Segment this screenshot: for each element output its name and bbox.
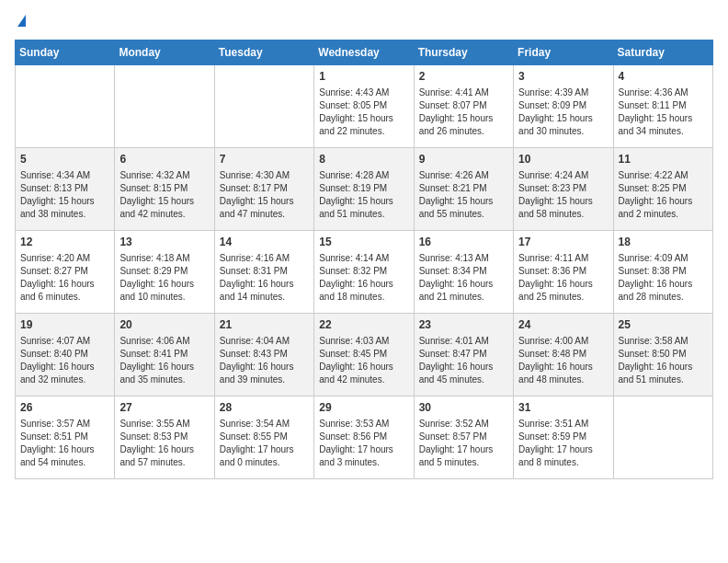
day-info-text: Sunrise: 4:00 AM [518, 335, 608, 348]
calendar-cell: 19Sunrise: 4:07 AMSunset: 8:40 PMDayligh… [16, 314, 115, 396]
day-info-text: Sunrise: 4:26 AM [419, 169, 508, 182]
day-number: 1 [319, 69, 408, 85]
day-info-text: Daylight: 16 hours [419, 278, 508, 291]
calendar-week-row: 5Sunrise: 4:34 AMSunset: 8:13 PMDaylight… [16, 148, 713, 231]
day-number: 13 [119, 235, 209, 250]
calendar-cell: 4Sunrise: 4:36 AMSunset: 8:11 PMDaylight… [613, 65, 712, 148]
day-info-text: Sunrise: 4:28 AM [319, 169, 408, 182]
day-number: 30 [419, 400, 508, 416]
day-number: 25 [619, 317, 708, 333]
day-info-text: Sunset: 8:23 PM [518, 182, 608, 195]
day-info-text: Daylight: 16 hours [619, 278, 708, 291]
calendar-cell [214, 65, 313, 148]
day-info-text: Daylight: 15 hours [419, 112, 508, 125]
day-number: 3 [518, 69, 608, 85]
day-info-text: and 5 minutes. [419, 456, 508, 469]
day-info-text: Daylight: 16 hours [619, 195, 708, 208]
calendar-cell: 28Sunrise: 3:54 AMSunset: 8:55 PMDayligh… [214, 396, 313, 479]
day-info-text: Sunset: 8:38 PM [619, 265, 708, 278]
day-info-text: Sunrise: 4:14 AM [319, 252, 408, 265]
day-info-text: Sunset: 8:40 PM [20, 348, 109, 361]
day-info-text: Sunset: 8:43 PM [220, 348, 309, 361]
day-info-text: Daylight: 16 hours [619, 361, 708, 373]
day-number: 21 [220, 317, 309, 333]
calendar-cell: 6Sunrise: 4:32 AMSunset: 8:15 PMDaylight… [115, 148, 214, 231]
day-info-text: Daylight: 15 hours [20, 195, 109, 208]
day-info-text: Sunset: 8:36 PM [518, 265, 608, 278]
calendar-header-row: SundayMondayTuesdayWednesdayThursdayFrid… [16, 40, 713, 65]
day-info-text: Sunset: 8:19 PM [319, 182, 408, 195]
day-info-text: Sunrise: 3:58 AM [619, 335, 708, 348]
day-info-text: Daylight: 16 hours [119, 443, 209, 456]
calendar-cell: 27Sunrise: 3:55 AMSunset: 8:53 PMDayligh… [115, 396, 214, 479]
day-info-text: and 0 minutes. [220, 456, 309, 469]
logo [15, 15, 26, 29]
day-info-text: Sunset: 8:29 PM [119, 265, 209, 278]
day-info-text: Sunset: 8:11 PM [619, 99, 708, 112]
calendar-cell: 3Sunrise: 4:39 AMSunset: 8:09 PMDaylight… [514, 65, 613, 148]
day-number: 4 [619, 69, 708, 85]
calendar-cell: 5Sunrise: 4:34 AMSunset: 8:13 PMDaylight… [16, 148, 115, 231]
calendar-cell: 15Sunrise: 4:14 AMSunset: 8:32 PMDayligh… [314, 231, 414, 314]
day-info-text: and 30 minutes. [518, 125, 608, 138]
calendar-cell: 17Sunrise: 4:11 AMSunset: 8:36 PMDayligh… [514, 231, 613, 314]
day-number: 6 [119, 152, 209, 167]
calendar-cell: 23Sunrise: 4:01 AMSunset: 8:47 PMDayligh… [414, 314, 513, 396]
day-info-text: Sunrise: 3:57 AM [20, 418, 109, 431]
calendar-cell: 31Sunrise: 3:51 AMSunset: 8:59 PMDayligh… [514, 396, 613, 479]
day-info-text: and 38 minutes. [20, 208, 109, 221]
day-info-text: Daylight: 17 hours [319, 443, 408, 456]
day-info-text: and 2 minutes. [619, 208, 708, 221]
day-info-text: Sunrise: 3:52 AM [419, 418, 508, 431]
day-info-text: Daylight: 17 hours [220, 443, 309, 456]
day-info-text: Sunset: 8:34 PM [419, 265, 508, 278]
day-info-text: Sunset: 8:57 PM [419, 431, 508, 443]
day-info-text: Sunset: 8:59 PM [518, 431, 608, 443]
day-number: 29 [319, 400, 408, 416]
calendar-cell: 1Sunrise: 4:43 AMSunset: 8:05 PMDaylight… [314, 65, 414, 148]
day-number: 12 [20, 235, 109, 250]
day-number: 17 [518, 235, 608, 250]
day-number: 23 [419, 317, 508, 333]
day-number: 7 [220, 152, 309, 167]
day-number: 9 [419, 152, 508, 167]
day-info-text: Sunrise: 4:22 AM [619, 169, 708, 182]
day-number: 10 [518, 152, 608, 167]
calendar-cell [115, 65, 214, 148]
day-info-text: Sunset: 8:09 PM [518, 99, 608, 112]
day-info-text: and 14 minutes. [220, 291, 309, 304]
day-info-text: Sunrise: 4:43 AM [319, 86, 408, 99]
day-info-text: Sunset: 8:31 PM [220, 265, 309, 278]
weekday-header-wednesday: Wednesday [314, 40, 414, 65]
weekday-header-monday: Monday [115, 40, 214, 65]
day-info-text: and 22 minutes. [319, 125, 408, 138]
day-info-text: Sunset: 8:56 PM [319, 431, 408, 443]
day-info-text: Sunrise: 4:06 AM [119, 335, 209, 348]
day-info-text: Sunrise: 4:07 AM [20, 335, 109, 348]
day-info-text: Sunset: 8:21 PM [419, 182, 508, 195]
day-number: 18 [619, 235, 708, 250]
day-info-text: Sunrise: 4:32 AM [119, 169, 209, 182]
weekday-header-sunday: Sunday [16, 40, 115, 65]
day-info-text: Sunset: 8:55 PM [220, 431, 309, 443]
day-info-text: Sunrise: 4:34 AM [20, 169, 109, 182]
day-info-text: Sunset: 8:05 PM [319, 99, 408, 112]
calendar-cell: 22Sunrise: 4:03 AMSunset: 8:45 PMDayligh… [314, 314, 414, 396]
day-info-text: Sunset: 8:07 PM [419, 99, 508, 112]
day-info-text: Sunrise: 4:04 AM [220, 335, 309, 348]
day-info-text: Sunrise: 4:11 AM [518, 252, 608, 265]
calendar-cell: 21Sunrise: 4:04 AMSunset: 8:43 PMDayligh… [214, 314, 313, 396]
day-info-text: Sunrise: 4:16 AM [220, 252, 309, 265]
day-number: 24 [518, 317, 608, 333]
day-info-text: Sunset: 8:32 PM [319, 265, 408, 278]
day-info-text: Daylight: 17 hours [518, 443, 608, 456]
day-info-text: and 32 minutes. [20, 373, 109, 386]
day-info-text: Daylight: 15 hours [319, 195, 408, 208]
day-info-text: Daylight: 16 hours [319, 361, 408, 373]
weekday-header-saturday: Saturday [613, 40, 712, 65]
calendar-table: SundayMondayTuesdayWednesdayThursdayFrid… [15, 40, 713, 479]
day-number: 5 [20, 152, 109, 167]
day-info-text: and 10 minutes. [119, 291, 209, 304]
day-info-text: Daylight: 15 hours [319, 112, 408, 125]
day-info-text: Sunset: 8:47 PM [419, 348, 508, 361]
